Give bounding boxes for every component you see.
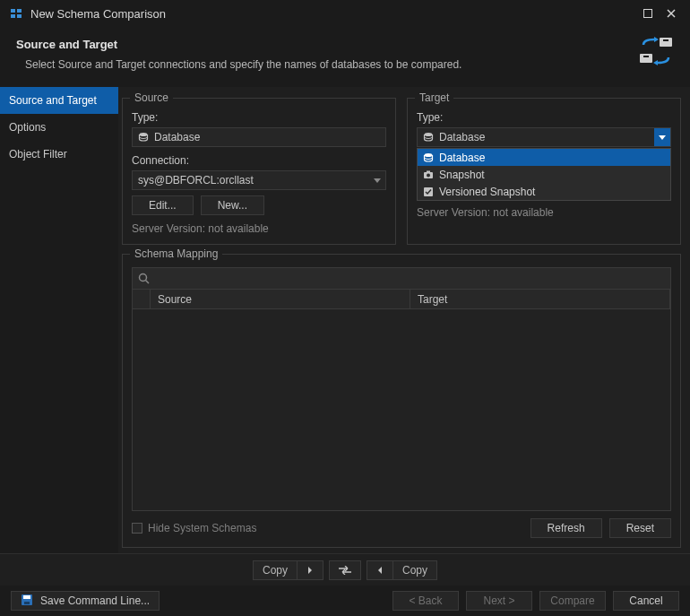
- svg-rect-1: [17, 9, 22, 13]
- svg-line-19: [146, 280, 150, 283]
- svg-point-18: [140, 273, 147, 281]
- window-root: New Schema Comparison Source and Target …: [0, 0, 690, 616]
- sidebar-item-object-filter[interactable]: Object Filter: [0, 141, 118, 168]
- compare-button[interactable]: Compare: [539, 591, 606, 611]
- source-type-value: Database: [154, 131, 380, 143]
- mapping-grid-body: [133, 309, 670, 510]
- svg-rect-5: [660, 38, 672, 47]
- arrow-left-icon: [367, 561, 392, 579]
- copy-left-button[interactable]: Copy: [367, 560, 437, 580]
- chevron-down-icon: [369, 171, 385, 189]
- checkbox-box: [132, 523, 142, 534]
- sidebar-item-source-target[interactable]: Source and Target: [0, 87, 118, 114]
- save-icon: [21, 594, 35, 608]
- mapping-grid: Source Target: [132, 267, 671, 511]
- svg-rect-21: [23, 595, 30, 599]
- mapping-legend: Schema Mapping: [130, 247, 222, 260]
- svg-rect-4: [644, 10, 652, 18]
- reset-button[interactable]: Reset: [609, 518, 671, 538]
- source-edit-button[interactable]: Edit...: [132, 195, 194, 215]
- hide-system-schemas-checkbox[interactable]: Hide System Schemas: [132, 522, 256, 534]
- footer: Save Command Line... < Back Next > Compa…: [0, 586, 690, 616]
- source-type-combo[interactable]: Database: [132, 127, 386, 147]
- dropdown-option-label: Versioned Snapshot: [439, 186, 535, 198]
- schema-mapping-group: Schema Mapping Source Target: [122, 254, 681, 548]
- svg-rect-0: [11, 9, 15, 13]
- svg-point-11: [140, 133, 148, 136]
- target-type-dropdown: Database Snapshot: [417, 148, 671, 201]
- source-new-button[interactable]: New...: [201, 195, 264, 215]
- swap-button[interactable]: [329, 560, 361, 580]
- back-button[interactable]: < Back: [392, 591, 459, 611]
- dropdown-option-versioned-snapshot[interactable]: Versioned Snapshot: [418, 183, 670, 200]
- source-connection-label: Connection:: [132, 154, 386, 167]
- svg-point-15: [427, 173, 430, 177]
- sidebar-item-options[interactable]: Options: [0, 114, 118, 141]
- next-button[interactable]: Next >: [466, 591, 532, 611]
- svg-rect-2: [11, 14, 15, 18]
- camera-icon: [423, 169, 434, 180]
- source-legend: Source: [130, 91, 173, 104]
- cancel-button[interactable]: Cancel: [613, 591, 679, 611]
- source-connection-combo[interactable]: sys@DBFORCL:orcllast: [132, 170, 386, 190]
- sidebar-item-label: Options: [9, 121, 46, 134]
- mapping-grid-header: Source Target: [133, 290, 670, 309]
- maximize-button[interactable]: [636, 4, 660, 22]
- mapping-search-row[interactable]: [133, 268, 670, 290]
- main-panel: Source Type: Database Connection: sys@DB…: [118, 87, 690, 553]
- svg-marker-10: [653, 60, 658, 65]
- dropdown-option-label: Snapshot: [439, 169, 485, 181]
- svg-rect-22: [24, 602, 30, 604]
- source-type-label: Type:: [132, 111, 386, 124]
- svg-rect-8: [643, 56, 649, 57]
- column-header-source[interactable]: Source: [151, 290, 410, 308]
- target-type-combo[interactable]: Database Database: [417, 127, 671, 147]
- compare-schema-icon: [638, 36, 674, 72]
- body: Source and Target Options Object Filter …: [0, 87, 690, 553]
- search-icon: [138, 273, 151, 285]
- source-status: Server Version: not available: [132, 222, 386, 235]
- svg-marker-9: [654, 37, 659, 42]
- svg-rect-6: [640, 54, 652, 63]
- refresh-button[interactable]: Refresh: [530, 518, 602, 538]
- svg-point-13: [425, 153, 433, 157]
- svg-rect-16: [427, 170, 430, 172]
- copy-right-button[interactable]: Copy: [253, 560, 323, 580]
- save-command-line-button[interactable]: Save Command Line...: [11, 591, 160, 611]
- header: Source and Target Select Source and Targ…: [0, 27, 690, 87]
- source-connection-value: sys@DBFORCL:orcllast: [138, 174, 369, 187]
- dropdown-option-database[interactable]: Database: [418, 149, 670, 166]
- svg-rect-3: [17, 14, 22, 18]
- page-description: Select Source and Target connections and…: [25, 58, 674, 71]
- target-type-label: Type:: [417, 111, 671, 124]
- target-type-value: Database: [439, 131, 654, 143]
- sidebar-item-label: Object Filter: [9, 148, 67, 161]
- copy-bar: Copy Copy: [0, 553, 690, 586]
- database-icon: [423, 132, 434, 143]
- database-icon: [138, 132, 149, 143]
- chevron-down-icon: [654, 128, 670, 146]
- grid-corner: [133, 290, 151, 308]
- sidebar: Source and Target Options Object Filter: [0, 87, 118, 553]
- dropdown-option-label: Database: [439, 152, 485, 164]
- svg-rect-7: [663, 39, 668, 41]
- swap-icon: [330, 561, 360, 579]
- target-legend: Target: [415, 91, 453, 104]
- sidebar-item-label: Source and Target: [9, 94, 97, 107]
- checkbox-icon: [423, 187, 434, 197]
- window-title: New Schema Comparison: [30, 7, 166, 21]
- source-group: Source Type: Database Connection: sys@DB…: [122, 98, 396, 245]
- close-button[interactable]: [660, 4, 683, 22]
- column-header-target[interactable]: Target: [410, 290, 670, 308]
- dropdown-option-snapshot[interactable]: Snapshot: [418, 166, 670, 183]
- target-group: Target Type: Database: [407, 98, 681, 245]
- page-title: Source and Target: [16, 38, 674, 51]
- svg-point-12: [425, 133, 433, 136]
- app-icon: [9, 6, 23, 21]
- arrow-right-icon: [298, 561, 323, 579]
- target-status: Server Version: not available: [417, 206, 671, 219]
- titlebar: New Schema Comparison: [0, 0, 690, 27]
- database-icon: [423, 152, 434, 163]
- checkbox-label: Hide System Schemas: [148, 522, 256, 534]
